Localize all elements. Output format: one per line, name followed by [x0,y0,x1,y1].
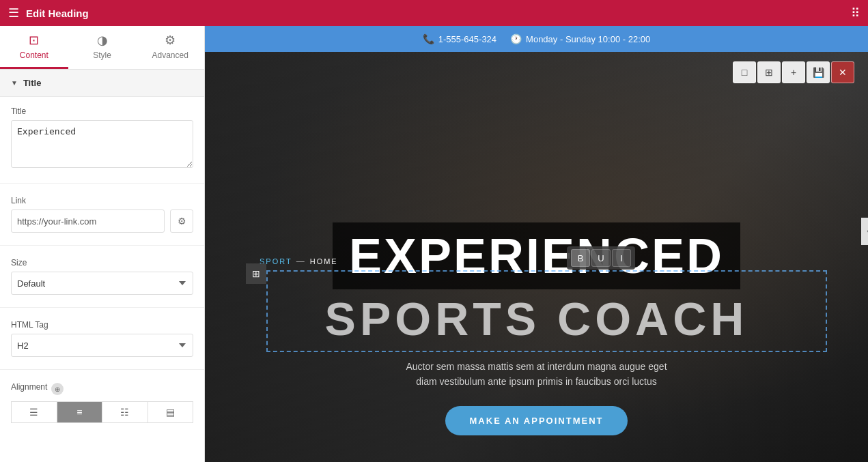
align-justify-button[interactable]: ▤ [148,401,194,423]
tab-content[interactable]: ⊡ Content [0,26,68,69]
cta-button[interactable]: MAKE AN APPOINTMENT [445,406,628,435]
main-layout: ⊡ Content ◑ Style ⚙ Advanced ▼ Title Tit… [0,26,868,462]
html-tag-field-group: HTML Tag H1 H2 H3 H4 H5 H6 div span p [0,311,204,366]
hero-description: Auctor sem massa mattis sem at interdum … [400,359,673,390]
align-right-button[interactable]: ☷ [102,401,148,423]
size-label: Size [11,258,193,268]
advanced-tab-icon: ⚙ [165,33,176,48]
save-button[interactable]: 💾 [807,61,830,83]
tab-content-label: Content [20,50,48,60]
divider-4 [0,369,204,370]
responsive-button[interactable]: ⊞ [757,61,781,83]
tab-style-label: Style [93,50,111,60]
clock-icon: 🕐 [510,33,522,44]
page-title: Edit Heading [26,8,89,19]
style-tab-icon: ◑ [97,33,108,48]
html-tag-label: HTML Tag [11,320,193,330]
size-select[interactable]: Default Small Medium Large XL XXL [11,272,193,295]
alignment-field-group: Alignment ⊕ ☰ ≡ ☷ ▤ [0,373,204,433]
title-label: Title [11,106,193,116]
phone-number: 1-555-645-324 [438,34,496,44]
text-format-bar: B U I [567,246,635,270]
tab-bar: ⊡ Content ◑ Style ⚙ Advanced [0,26,204,70]
breadcrumb-home: HOME [310,257,338,265]
alignment-group: ☰ ≡ ☷ ▤ [11,401,193,423]
close-button[interactable]: ✕ [831,61,854,83]
selection-box [266,270,827,352]
underline-button[interactable]: U [591,249,611,267]
left-panel: ⊡ Content ◑ Style ⚙ Advanced ▼ Title Tit… [0,26,205,462]
add-element-button[interactable]: + [782,61,805,83]
section-title-label: Title [23,78,42,88]
title-field-group: Title Experienced [0,97,204,180]
top-bar-left: ☰ Edit Heading [8,5,89,20]
bold-button[interactable]: B [571,249,590,267]
html-tag-select[interactable]: H1 H2 H3 H4 H5 H6 div span p [11,334,193,357]
align-center-button[interactable]: ≡ [57,401,102,423]
canvas-topbar: 📞 1-555-645-324 🕐 Monday - Sunday 10:00 … [205,26,868,52]
link-field-row: ⚙ [11,210,193,233]
divider-3 [0,307,204,308]
canvas: □ ⊞ + 💾 ✕ ⊞ B U I SPORT — HOME [205,52,868,462]
link-settings-button[interactable]: ⚙ [170,210,193,233]
tab-advanced-label: Advanced [152,50,188,60]
title-section-header[interactable]: ▼ Title [0,70,204,97]
phone-icon: 📞 [423,33,434,44]
phone-info: 📞 1-555-645-324 [423,33,496,44]
floating-toolbar: □ ⊞ + 💾 ✕ [733,61,854,83]
size-field-group: Size Default Small Medium Large XL XXL [0,248,204,304]
title-textarea[interactable]: Experienced [11,120,193,168]
panel-content: ▼ Title Title Experienced Link ⚙ Size [0,70,204,446]
divider-2 [0,245,204,246]
breadcrumb-separator: — [296,257,306,266]
tab-style[interactable]: ◑ Style [68,26,137,69]
divider-1 [0,183,204,184]
grid-icon[interactable]: ⠿ [851,5,860,20]
tab-advanced[interactable]: ⚙ Advanced [136,26,204,69]
section-arrow-icon: ▼ [11,79,18,87]
alignment-label-row: Alignment ⊕ [11,382,193,396]
hours-info: 🕐 Monday - Sunday 10:00 - 22:00 [510,33,650,44]
top-bar: ☰ Edit Heading ⠿ [0,0,868,26]
business-hours: Monday - Sunday 10:00 - 22:00 [526,34,650,44]
align-left-button[interactable]: ☰ [11,401,57,423]
breadcrumb: SPORT — HOME [260,257,813,266]
alignment-label: Alignment [11,382,47,392]
content-tab-icon: ⊡ [29,33,39,48]
link-field-group: Link ⚙ [0,186,204,242]
italic-button[interactable]: I [612,249,631,267]
link-input[interactable] [11,210,165,233]
canvas-area: 📞 1-555-645-324 🕐 Monday - Sunday 10:00 … [205,26,868,462]
hamburger-icon[interactable]: ☰ [8,5,19,20]
link-label: Link [11,196,193,205]
save-draft-button[interactable]: □ [733,61,756,83]
element-drag-handle[interactable]: ⊞ [246,263,266,284]
alignment-info-icon[interactable]: ⊕ [51,383,64,395]
